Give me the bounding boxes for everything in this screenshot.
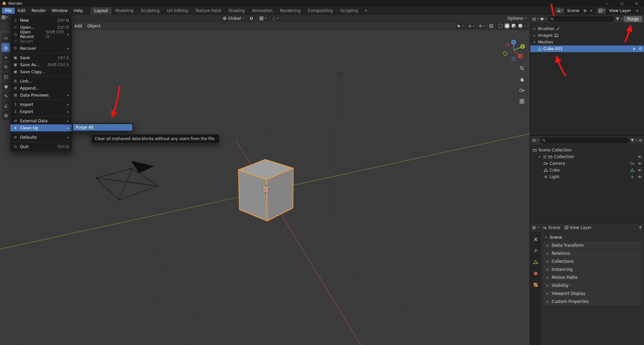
tab-layout[interactable]: Layout xyxy=(91,7,112,14)
zoom-button[interactable] xyxy=(519,65,525,72)
camera-object[interactable] xyxy=(96,168,158,200)
tool-move[interactable]: + xyxy=(2,53,10,62)
tab-data-properties[interactable] xyxy=(531,258,540,266)
orphan-row-brushes[interactable]: ▸ Brushes xyxy=(530,25,644,32)
view-layer-name[interactable]: View Layer xyxy=(606,8,634,14)
shading-material-button[interactable] xyxy=(511,23,517,29)
tab-sculpting[interactable]: Sculpting xyxy=(137,7,163,14)
orphan-row-images[interactable]: ▸ Images xyxy=(530,32,644,39)
eye-icon[interactable] xyxy=(638,161,642,165)
tab-scripting[interactable]: Scripting xyxy=(337,7,362,14)
breadcrumb-view-layer[interactable]: View Layer xyxy=(570,225,592,230)
editor-type-selector[interactable]: ▾ xyxy=(2,15,8,19)
navigation-gizmo[interactable]: Z Y X xyxy=(502,39,526,63)
outliner-row-light[interactable]: Light xyxy=(530,174,644,180)
tab-rendering[interactable]: Rendering xyxy=(276,7,304,14)
panel-custom-properties[interactable]: ▸Custom Properties xyxy=(543,298,642,305)
close-button[interactable]: × xyxy=(629,0,644,7)
shading-wireframe-button[interactable] xyxy=(498,23,503,29)
editor-type-icon[interactable] xyxy=(532,226,536,230)
view-layer-browse-button[interactable]: ▾ xyxy=(597,8,606,14)
outliner-row-camera[interactable]: Camera xyxy=(530,160,644,167)
menu-item-open-recent[interactable]: ◷Open RecentShift Ctrl O▸ xyxy=(10,31,72,38)
menu-item-new[interactable]: ▯NewCtrl N xyxy=(10,17,72,24)
tab-world-properties[interactable] xyxy=(531,269,540,277)
menu-item-export[interactable]: ↥Export▸ xyxy=(10,108,72,115)
tab-texture-properties[interactable] xyxy=(531,281,540,289)
tool-cursor[interactable]: ◎ xyxy=(2,43,10,52)
expanded-icon[interactable]: ▾ xyxy=(533,40,536,44)
menu-file[interactable]: File xyxy=(2,8,15,14)
filter-icon[interactable] xyxy=(616,17,620,21)
tool-measure[interactable]: ∠ xyxy=(2,101,10,110)
panel-delta-transform[interactable]: ▸Delta Transform xyxy=(543,242,642,249)
overlays-dropdown[interactable]: ▾ xyxy=(477,23,486,29)
panel-visibility[interactable]: ▸Visibility xyxy=(543,282,642,289)
panel-viewport-display[interactable]: ▸Viewport Display xyxy=(543,290,642,297)
tab-modifier-properties[interactable] xyxy=(531,247,540,255)
new-scene-button[interactable]: ⧉ xyxy=(582,8,588,14)
tab-tool-properties[interactable] xyxy=(531,235,540,243)
tab-uv-editing[interactable]: UV Editing xyxy=(163,7,192,14)
menu-edit[interactable]: Edit xyxy=(15,8,28,14)
orientation-dropdown[interactable]: Global ▾ xyxy=(221,15,245,21)
unlink-scene-button[interactable]: × xyxy=(588,8,595,14)
orphan-row-meshes[interactable]: ▾ Meshes xyxy=(530,39,644,45)
menu-item-data-previews[interactable]: ▤Data Previews▸ xyxy=(10,92,72,99)
menu-item-import[interactable]: ↧Import▸ xyxy=(10,101,72,108)
menu-item-save-copy[interactable]: ▣Save Copy... xyxy=(10,68,72,75)
cube-object[interactable] xyxy=(238,159,293,221)
collection-checkbox[interactable]: ✓ xyxy=(543,155,547,159)
panel-relations[interactable]: ▸Relations xyxy=(543,250,642,257)
outliner-row-cube[interactable]: Cube xyxy=(530,167,644,174)
search-field[interactable] xyxy=(548,16,614,22)
collapsed-icon[interactable]: ▸ xyxy=(533,34,536,37)
panel-collections[interactable]: ▸Collections xyxy=(543,258,642,265)
options-dropdown[interactable]: Options ▾ xyxy=(508,15,526,21)
snap-target-dropdown[interactable]: ▾ xyxy=(257,15,268,21)
menu-item-quit[interactable]: ⊙QuitCtrl Q xyxy=(10,143,72,150)
menu-help[interactable]: Help xyxy=(71,8,86,14)
object-menu[interactable]: Object xyxy=(85,23,103,29)
orphan-row-cube-001[interactable]: Cube.001 × 0 xyxy=(530,45,644,52)
remove-view-layer-button[interactable]: × xyxy=(634,8,641,14)
tool-rotate[interactable]: ↻ xyxy=(2,63,10,71)
menu-render[interactable]: Render xyxy=(28,8,49,14)
tool-add-cube[interactable]: ⊞ xyxy=(2,111,10,120)
editor-type-icon[interactable] xyxy=(532,17,536,21)
menu-item-defaults[interactable]: ≡Defaults▸ xyxy=(10,134,72,141)
snap-toggle[interactable] xyxy=(247,15,255,21)
menu-item-save[interactable]: ▣SaveCtrl S xyxy=(10,54,72,61)
tab-modeling[interactable]: Modeling xyxy=(112,7,137,14)
maximize-button[interactable]: □ xyxy=(615,0,629,7)
menu-item-clean-up[interactable]: ∗Clean Up▸ xyxy=(10,124,72,131)
selectability-dropdown[interactable]: ▾ xyxy=(456,23,465,29)
breadcrumb-scene[interactable]: Scene xyxy=(548,225,560,230)
menu-window[interactable]: Window xyxy=(49,8,71,14)
expanded-icon[interactable]: ▾ xyxy=(538,155,541,158)
proportional-editing-dropdown[interactable]: ◌ ▾ xyxy=(270,15,281,21)
panel-instancing[interactable]: ▸Instancing xyxy=(543,266,642,273)
menu-item-external-data[interactable]: ⇄External Data▸ xyxy=(10,117,72,124)
tool-scale[interactable]: ◰ xyxy=(2,72,10,81)
delete-icon[interactable]: × xyxy=(632,46,636,51)
menu-item-save-as[interactable]: ▣Save As...Shift Ctrl S xyxy=(10,61,72,68)
purge-button[interactable]: Purge xyxy=(624,16,642,22)
pan-button[interactable] xyxy=(519,76,525,83)
gear-icon[interactable] xyxy=(638,138,642,142)
menu-item-purge-all[interactable]: Purge All xyxy=(73,124,132,131)
tab-texture-paint[interactable]: Texture Paint xyxy=(192,7,225,14)
tool-transform[interactable]: ◉ xyxy=(2,82,10,91)
tool-annotate[interactable]: ✎ xyxy=(2,92,10,100)
tab-animation[interactable]: Animation xyxy=(248,7,276,14)
shading-solid-button[interactable] xyxy=(504,23,510,29)
add-menu[interactable]: Add xyxy=(72,23,85,29)
pin-icon[interactable] xyxy=(638,226,642,230)
tab-shading[interactable]: Shading xyxy=(225,7,248,14)
tab-compositing[interactable]: Compositing xyxy=(304,7,336,14)
eye-icon[interactable] xyxy=(638,175,642,179)
scene-section-header[interactable]: ▾ Scene xyxy=(543,234,642,242)
menu-item-link[interactable]: ⧉Link... xyxy=(10,78,72,85)
gizmos-dropdown[interactable]: ▾ xyxy=(466,23,475,29)
menu-item-append[interactable]: ⊞Append... xyxy=(10,85,72,92)
